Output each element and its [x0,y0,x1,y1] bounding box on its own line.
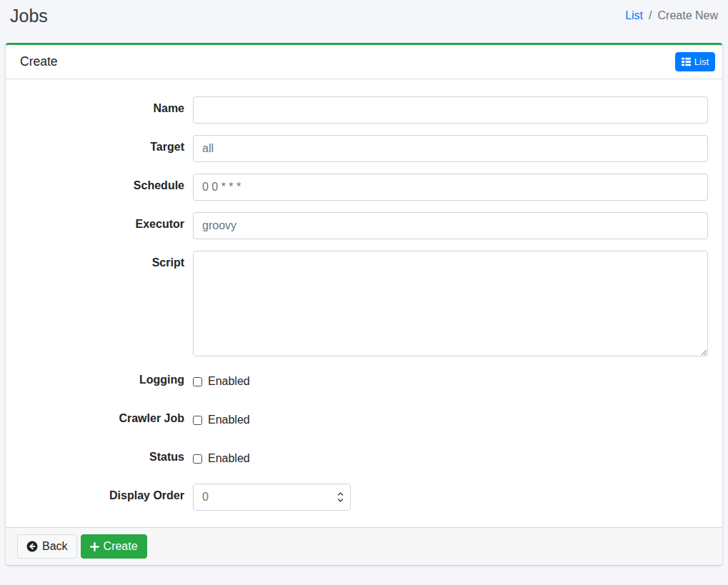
executor-input[interactable] [193,212,708,239]
form-row-executor: Executor [20,212,708,239]
card-header: Create List [6,45,722,79]
page-title: Jobs [10,5,48,26]
form-row-schedule: Schedule [20,174,708,201]
form-row-display-order: Display Order [20,484,708,511]
card-footer: Back Create [6,527,722,565]
status-enabled-label: Enabled [208,452,250,465]
create-job-card: Create List Name Target [6,43,722,565]
logging-label: Logging [20,368,193,386]
display-order-label: Display Order [20,484,193,502]
crawler-job-label: Crawler Job [20,406,193,425]
form-row-logging: Logging Enabled [20,368,708,395]
form-row-target: Target [20,135,708,162]
back-button-label: Back [42,538,68,555]
script-textarea[interactable] [193,251,708,356]
create-button-label: Create [104,538,138,555]
display-order-input[interactable] [202,491,336,504]
form-row-status: Status Enabled [20,445,708,472]
form-row-script: Script [20,251,708,356]
list-button-label: List [694,57,709,66]
breadcrumb: List / Create New [625,8,718,23]
target-input[interactable] [193,135,708,162]
target-label: Target [20,135,193,154]
schedule-label: Schedule [20,174,193,192]
display-order-field [193,484,351,511]
script-label: Script [20,251,193,269]
breadcrumb-link-list[interactable]: List [625,8,643,23]
logging-enabled-checkbox[interactable] [193,377,202,386]
executor-label: Executor [20,212,193,231]
list-button[interactable]: List [675,52,715,71]
plus-icon [90,542,99,551]
card-body: Name Target Schedule Executor Script [6,79,722,527]
arrow-circle-left-icon [26,541,38,552]
schedule-input[interactable] [193,174,708,201]
breadcrumb-current: Create New [658,8,718,23]
card-title: Create [20,54,58,69]
form-row-crawler-job: Crawler Job Enabled [20,406,708,434]
th-list-icon [682,57,691,66]
status-enabled-checkbox[interactable] [193,454,202,464]
crawler-job-enabled-label: Enabled [208,414,250,426]
name-label: Name [20,96,193,115]
form-row-name: Name [20,96,708,124]
back-button[interactable]: Back [17,534,77,559]
logging-enabled-label: Enabled [208,375,250,388]
crawler-job-enabled-checkbox[interactable] [193,416,202,425]
number-spinner-up-down-icon[interactable] [336,490,344,504]
create-button[interactable]: Create [81,534,147,559]
content-header: Jobs List / Create New [0,0,728,26]
status-label: Status [20,445,193,464]
breadcrumb-separator: / [649,8,652,23]
name-input[interactable] [193,96,708,124]
